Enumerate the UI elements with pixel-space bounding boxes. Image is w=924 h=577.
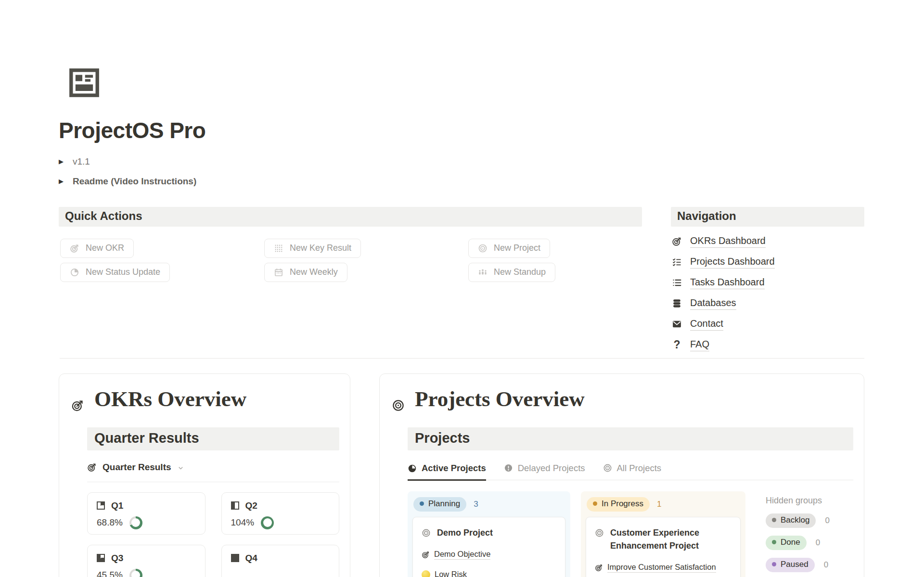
customer-objective-link[interactable]: Improve Customer Satisfaction bbox=[607, 563, 716, 573]
page: ProjectOS Pro ▶ v1.1 ▶ Readme (Video Ins… bbox=[0, 66, 924, 577]
new-standup-label: New Standup bbox=[494, 267, 546, 277]
bullseye-icon bbox=[422, 528, 431, 538]
new-key-result-label: New Key Result bbox=[290, 243, 351, 253]
quarter-q2-label: Q2 bbox=[245, 500, 257, 511]
tab-delayed-projects-label: Delayed Projects bbox=[518, 463, 585, 474]
tab-all-projects-label: All Projects bbox=[617, 463, 662, 474]
question-icon: ? bbox=[672, 340, 682, 350]
hidden-group-backlog: Backlog 0 bbox=[766, 513, 835, 528]
new-standup-button[interactable]: New Standup bbox=[468, 263, 555, 282]
planning-column-header: Planning 3 bbox=[412, 496, 565, 517]
quarter-q2-value: 104% bbox=[231, 517, 255, 528]
planning-status-badge[interactable]: Planning bbox=[413, 497, 466, 512]
in-progress-status-label: In Progress bbox=[602, 499, 643, 509]
hidden-groups-column: Hidden groups Backlog 0 Done bbox=[766, 491, 835, 577]
kanban-card-customer-experience[interactable]: Customer Experience Enhancement Project … bbox=[586, 517, 741, 577]
nav-item-projects-dashboard: Projects Dashboard bbox=[672, 256, 864, 268]
quarter-q3-icon bbox=[97, 554, 105, 562]
triangle-right-icon: ▶ bbox=[59, 158, 65, 165]
toggle-readme-label: Readme (Video Instructions) bbox=[73, 176, 196, 187]
bullseye-icon bbox=[392, 392, 405, 405]
quarter-results-view-selector[interactable]: Quarter Results bbox=[87, 462, 339, 473]
target-icon bbox=[672, 236, 682, 246]
in-progress-count: 1 bbox=[657, 500, 661, 509]
quarter-q4-icon bbox=[231, 554, 239, 562]
in-progress-column-header: In Progress 1 bbox=[586, 496, 741, 517]
nav-link-faq[interactable]: FAQ bbox=[690, 339, 709, 351]
nav-link-projects-dashboard[interactable]: Projects Dashboard bbox=[690, 256, 775, 269]
kanban-column-planning: Planning 3 Demo Project Demo Objec bbox=[408, 491, 570, 577]
people-icon bbox=[478, 268, 488, 277]
page-icon-newspaper-icon[interactable] bbox=[65, 66, 103, 99]
quarter-card-q4[interactable]: Q4 bbox=[221, 545, 340, 577]
bullseye-icon bbox=[603, 463, 612, 473]
okrs-overview-card: OKRs Overview Quarter Results Quarter Re… bbox=[59, 373, 350, 577]
done-label: Done bbox=[781, 538, 800, 547]
nav-item-contact: Contact bbox=[672, 319, 864, 330]
new-weekly-label: New Weekly bbox=[290, 267, 338, 277]
tab-all-projects[interactable]: All Projects bbox=[603, 463, 662, 480]
nav-link-contact[interactable]: Contact bbox=[690, 318, 723, 331]
toggle-version[interactable]: ▶ v1.1 bbox=[59, 156, 864, 167]
hidden-group-done: Done 0 bbox=[766, 536, 835, 550]
quarter-q1-label: Q1 bbox=[111, 500, 123, 511]
hidden-groups-label: Hidden groups bbox=[766, 496, 835, 506]
new-okr-button[interactable]: New OKR bbox=[60, 239, 134, 258]
quick-actions-header: Quick Actions bbox=[59, 207, 642, 227]
demo-risk-row: Low Risk bbox=[422, 570, 556, 577]
demo-risk-link[interactable]: Low Risk bbox=[435, 570, 467, 577]
projects-overview-card: Projects Overview Projects Active Projec… bbox=[379, 373, 864, 577]
nav-link-tasks-dashboard[interactable]: Tasks Dashboard bbox=[690, 277, 765, 289]
projects-overview-title-row: Projects Overview bbox=[392, 386, 853, 411]
bullseye-icon bbox=[595, 528, 604, 538]
projects-content: Projects Active Projects Delayed Project… bbox=[408, 427, 853, 577]
paused-count: 0 bbox=[824, 560, 828, 570]
nav-link-databases[interactable]: Databases bbox=[690, 297, 736, 310]
kanban-card-demo-project[interactable]: Demo Project Demo Objective Low Risk bbox=[412, 517, 565, 577]
new-status-update-button[interactable]: New Status Update bbox=[60, 263, 170, 282]
target-icon bbox=[87, 462, 97, 472]
status-dot-icon bbox=[593, 501, 597, 506]
status-dot-icon bbox=[772, 518, 776, 522]
view-divider bbox=[87, 482, 339, 482]
exclamation-circle-icon bbox=[504, 463, 513, 473]
toggle-version-label: v1.1 bbox=[73, 156, 90, 167]
target-icon bbox=[70, 244, 79, 253]
backlog-badge[interactable]: Backlog bbox=[766, 513, 816, 528]
projects-header: Projects bbox=[408, 427, 853, 450]
new-key-result-button[interactable]: New Key Result bbox=[264, 239, 361, 258]
toggle-readme[interactable]: ▶ Readme (Video Instructions) bbox=[59, 176, 864, 187]
tab-active-projects[interactable]: Active Projects bbox=[408, 463, 486, 481]
done-badge[interactable]: Done bbox=[766, 536, 807, 550]
status-dot-icon bbox=[772, 540, 776, 544]
paused-badge[interactable]: Paused bbox=[766, 558, 815, 572]
quarter-card-q1[interactable]: Q1 68.8% bbox=[87, 492, 205, 535]
in-progress-status-badge[interactable]: In Progress bbox=[587, 497, 650, 512]
demo-project-title: Demo Project bbox=[437, 526, 493, 539]
calendar-icon bbox=[274, 268, 283, 277]
quarter-q3-value: 45.5% bbox=[97, 570, 123, 577]
tab-delayed-projects[interactable]: Delayed Projects bbox=[504, 463, 585, 480]
quick-actions-section: Quick Actions New OKR New Key Result New… bbox=[59, 207, 642, 351]
demo-objective-row: Demo Objective bbox=[422, 550, 556, 560]
done-count: 0 bbox=[816, 538, 820, 548]
target-icon bbox=[595, 564, 603, 572]
nav-link-okrs-dashboard[interactable]: OKRs Dashboard bbox=[690, 235, 766, 248]
nav-item-tasks-dashboard: Tasks Dashboard bbox=[672, 277, 864, 289]
quarter-card-q3[interactable]: Q3 45.5% bbox=[87, 545, 205, 577]
target-icon bbox=[71, 392, 84, 405]
new-project-label: New Project bbox=[494, 243, 540, 253]
new-project-button[interactable]: New Project bbox=[468, 239, 550, 258]
nav-item-databases: Databases bbox=[672, 298, 864, 309]
low-risk-icon bbox=[422, 570, 430, 577]
new-weekly-button[interactable]: New Weekly bbox=[264, 263, 347, 282]
demo-objective-link[interactable]: Demo Objective bbox=[434, 550, 490, 560]
quarter-card-q2[interactable]: Q2 104% bbox=[221, 492, 340, 535]
quarter-q3-label: Q3 bbox=[111, 553, 123, 564]
hidden-group-paused: Paused 0 bbox=[766, 558, 835, 572]
contrast-icon bbox=[408, 464, 417, 473]
chevron-down-icon bbox=[177, 463, 184, 471]
navigation-header: Navigation bbox=[671, 207, 864, 227]
target-icon bbox=[422, 551, 430, 559]
planning-count: 3 bbox=[474, 500, 478, 509]
